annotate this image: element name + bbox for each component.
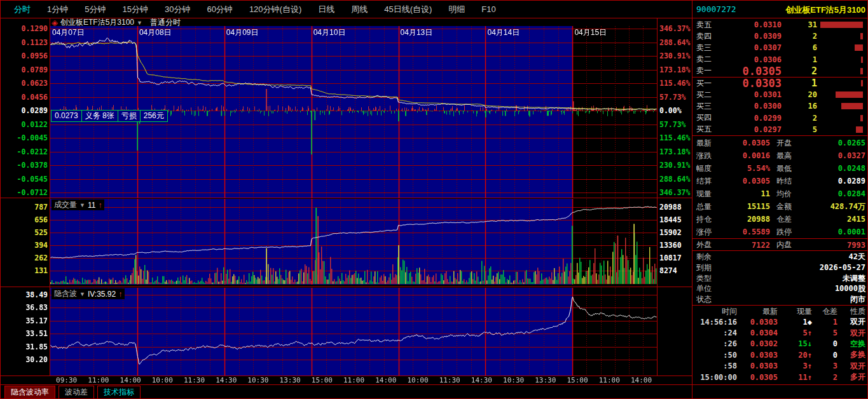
quote-label: 昨结 — [776, 176, 801, 187]
qty-bar — [861, 80, 863, 86]
quote-label: 幅度 — [696, 163, 719, 174]
ask-row[interactable]: 卖二0.03061 — [692, 54, 868, 65]
time-axis-label: 11:00 — [343, 376, 364, 384]
bid-row[interactable]: 买二0.030120 — [692, 89, 868, 100]
volume-chart[interactable] — [50, 199, 657, 285]
tick-oi-change: 0 — [812, 339, 837, 348]
quote-value: 0.0327 — [801, 151, 865, 160]
time-axis-label: 14:30 — [216, 376, 237, 384]
axis-label: 288.64% — [659, 38, 690, 47]
outer-inner-volume-row: 外盘 7122 内盘 7993 — [692, 240, 868, 250]
bid-qty: 2 — [782, 114, 817, 123]
menu-item-1[interactable]: 1分钟 — [39, 4, 76, 15]
implied-volatility-chart[interactable] — [50, 288, 657, 375]
indicator-tab-0[interactable]: 隐含波动率 — [4, 386, 55, 399]
bid-row[interactable]: 买四0.02992 — [692, 112, 868, 124]
ask-row[interactable]: 卖四0.03092 — [692, 30, 868, 42]
bid-row[interactable]: 买一0.03031 — [692, 78, 868, 89]
menu-item-3[interactable]: 15分钟 — [114, 4, 156, 15]
indicator-tab-2[interactable]: 技术指标 — [97, 386, 141, 399]
quote-value: 0.0265 — [801, 139, 865, 147]
axis-label: 115.46% — [659, 79, 690, 88]
chevron-down-icon[interactable]: ▼ — [79, 202, 85, 208]
chevron-down-icon[interactable]: ▼ — [79, 291, 85, 297]
tick-row: :500.030320↑0多换 — [692, 349, 868, 360]
quote-value: 5.54% — [719, 164, 770, 173]
contract-value: 未调整 — [724, 273, 865, 284]
quote-label: 最高 — [776, 151, 801, 161]
bid-row[interactable]: 买五0.02975 — [692, 124, 868, 135]
order-book: 卖五0.031031卖四0.03092卖三0.03076卖二0.03061卖一0… — [692, 19, 868, 135]
tick-row: :240.03045↑5双开 — [692, 327, 868, 338]
axis-label: 31.85 — [2, 342, 48, 351]
quote-row: 涨跌0.0016最高0.0327 — [692, 149, 868, 162]
quote-row: 最新0.0305开盘0.0265 — [692, 137, 868, 149]
axis-label: -0.0212 — [2, 147, 48, 156]
menu-item-11[interactable]: F10 — [473, 4, 504, 14]
contract-name[interactable]: 创业板ETF沽5月3100 — [785, 4, 865, 16]
axis-label: 230.91% — [659, 161, 690, 170]
tick-header: 时间 — [695, 306, 737, 317]
indicator-tabs: 隐含波动率波动差技术指标 — [4, 386, 141, 399]
volume-pane-title[interactable]: 成交量 — [54, 200, 77, 210]
contract-value: 10000股 — [724, 283, 865, 294]
ask-row[interactable]: 卖一0.03052 — [692, 65, 868, 77]
date-label: 04月14日 — [487, 27, 520, 38]
quote-label: 涨停 — [696, 227, 719, 238]
ask-row[interactable]: 卖五0.031031 — [692, 19, 868, 30]
menu-item-0[interactable]: 分时 — [6, 4, 39, 15]
contract-row: 类型未调整 — [692, 273, 868, 284]
bid-label: 买一 — [696, 78, 720, 89]
tick-price: 0.0303 — [737, 362, 778, 370]
contract-code[interactable]: 90007272 — [696, 4, 736, 14]
ask-label: 卖一 — [696, 65, 720, 76]
ask-price: 0.0305 — [720, 65, 782, 78]
up-arrow-icon: ↑ — [98, 201, 102, 210]
axis-label: 173.18% — [659, 65, 690, 74]
indicator-tab-1[interactable]: 波动差 — [59, 386, 94, 399]
menu-item-6[interactable]: 120分钟(自设) — [241, 4, 310, 15]
bid-row[interactable]: 买三0.030016 — [692, 100, 868, 112]
tick-table: 时间最新现量仓差性质14:56:160.03031◆1双开:240.03045↑… — [692, 306, 868, 382]
menu-item-2[interactable]: 5分钟 — [76, 4, 114, 15]
iv-pane-title[interactable]: 隐含波 — [54, 288, 77, 299]
qty-bar-wrap — [817, 21, 864, 29]
outer-volume-label: 外盘 — [696, 240, 719, 250]
axis-label: 0.0623 — [2, 79, 48, 88]
axis-label: 13360 — [659, 241, 682, 250]
tick-time: :58 — [695, 362, 737, 370]
bid-qty: 5 — [782, 125, 817, 134]
quote-value: 0.0001 — [801, 227, 865, 236]
axis-label: 346.37% — [659, 24, 690, 33]
tick-time: :26 — [695, 339, 737, 348]
ask-row[interactable]: 卖三0.03076 — [692, 42, 868, 53]
axis-label: 525 — [2, 228, 48, 237]
iv-pane-value: IV:35.92 — [88, 290, 116, 299]
quote-label: 跌停 — [776, 227, 801, 238]
ask-price: 0.0309 — [720, 32, 782, 41]
menu-item-4[interactable]: 30分钟 — [156, 4, 198, 15]
axis-label: 20988 — [659, 203, 682, 212]
time-axis-label: 15:00 — [312, 376, 333, 384]
menu-item-8[interactable]: 周线 — [343, 4, 376, 15]
chevron-down-icon[interactable]: ▼ — [137, 20, 142, 26]
ask-qty: 1 — [782, 55, 817, 64]
menu-item-7[interactable]: 日线 — [310, 4, 343, 15]
quote-row: 幅度5.54%最低0.0248 — [692, 162, 868, 175]
tick-row: :580.03033↑3双开 — [692, 361, 868, 372]
quote-label: 总量 — [696, 201, 719, 212]
menu-item-9[interactable]: 45日线(自设) — [376, 4, 440, 15]
axis-label: 346.37% — [659, 188, 690, 197]
bid-price: 0.0297 — [720, 125, 782, 134]
menu-item-5[interactable]: 60分钟 — [198, 4, 240, 15]
contract-label: 状态 — [696, 294, 724, 305]
axis-label: 0.0122 — [2, 120, 48, 129]
qty-bar-wrap — [817, 56, 864, 64]
axis-label: 173.18% — [659, 147, 690, 156]
quote-label: 涨跌 — [696, 151, 719, 161]
tick-volume: 5↑ — [778, 328, 812, 337]
tick-row: 14:56:160.03031◆1双开 — [692, 316, 868, 327]
qty-bar-wrap — [817, 91, 864, 98]
menu-item-10[interactable]: 明细 — [440, 4, 473, 15]
qty-bar-wrap — [817, 32, 864, 40]
